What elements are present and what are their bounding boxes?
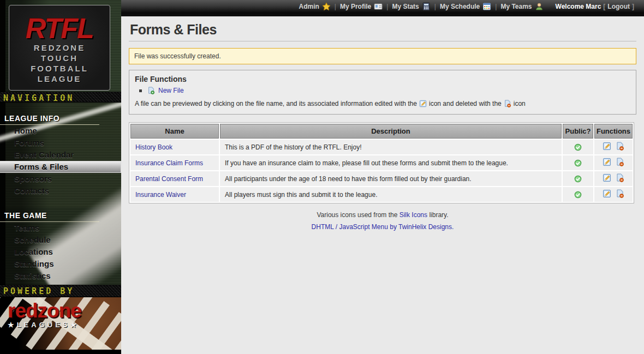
vcard-icon — [374, 2, 383, 11]
topbar-item-my-stats[interactable]: My Stats — [392, 2, 430, 11]
sidebar-item-forums[interactable]: Forums — [0, 137, 121, 149]
file-functions-note: A file can be previewed by clicking on t… — [135, 100, 630, 107]
table-row: Insurance Claim Forms If you have an ins… — [130, 155, 633, 170]
public-yes-icon — [574, 159, 582, 167]
topbar-item-my-profile[interactable]: My Profile — [340, 2, 383, 11]
topbar-item-my-schedule[interactable]: My Schedule — [440, 2, 491, 11]
edit-icon — [419, 100, 427, 107]
sidebar-item-contacts[interactable]: Contacts — [0, 185, 121, 197]
redzone-leagues-logo[interactable]: redzone ★LEAGUES★ — [0, 297, 121, 350]
column-header-name: Name — [130, 124, 219, 139]
column-header-description: Description — [220, 124, 562, 139]
file-name-link[interactable]: History Book — [135, 143, 172, 151]
credits-line-menu: DHTML / JavaScript Menu by TwinHelix Des… — [129, 223, 636, 231]
edit-icon[interactable] — [603, 173, 611, 182]
file-name-link[interactable]: Insurance Claim Forms — [135, 159, 203, 167]
column-header-public: Public? — [563, 124, 593, 139]
my-schedule-label: My Schedule — [440, 3, 480, 10]
table-header-row: Name Description Public? Functions — [130, 124, 633, 139]
delete-icon[interactable] — [616, 142, 624, 151]
sidebar-item-sponsors[interactable]: Sponsors — [0, 173, 121, 185]
rtfl-logo-acronym: RTFL — [9, 14, 110, 43]
sidebar-item-standings[interactable]: Standings — [0, 258, 121, 270]
file-name-link[interactable]: Parental Consent Form — [135, 175, 203, 183]
table-row: Insurance Waiver All players must sign t… — [130, 187, 633, 202]
public-yes-icon — [574, 143, 582, 151]
calculator-icon — [422, 2, 431, 11]
bracket: [ — [603, 3, 605, 10]
logout-button[interactable]: Logout — [607, 3, 630, 10]
file-functions-title: File Functions — [135, 75, 630, 83]
delete-icon[interactable] — [616, 189, 624, 198]
topbar-item-my-teams[interactable]: My Teams — [500, 2, 543, 11]
rtfl-logo-line: LEAGUE — [9, 74, 110, 84]
redzone-logo-sub: ★LEAGUES★ — [8, 321, 121, 329]
separator: | — [335, 3, 336, 10]
public-yes-icon — [574, 175, 582, 183]
calendar-icon — [482, 2, 491, 11]
note-text: icon — [514, 100, 526, 107]
sidebar-item-home[interactable]: Home — [0, 125, 121, 137]
star-icon — [322, 2, 331, 11]
my-stats-label: My Stats — [392, 3, 419, 10]
section-title-league-info: LEAGUE INFO — [0, 112, 99, 125]
table-row: History Book This is a PDF of the histor… — [130, 140, 633, 154]
topbar: Admin | My Profile | My Stats | My Sched… — [121, 0, 644, 16]
twinhelix-link[interactable]: DHTML / JavaScript Menu by TwinHelix Des… — [312, 223, 454, 231]
separator: | — [434, 3, 436, 10]
edit-icon[interactable] — [603, 158, 611, 166]
column-header-functions: Functions — [594, 124, 633, 139]
file-description: This is a PDF of the history of the RTFL… — [220, 140, 562, 154]
note-text: A file can be previewed by clicking on t… — [135, 100, 417, 107]
file-name-link[interactable]: Insurance Waiver — [135, 191, 186, 199]
sidebar-item-statistics[interactable]: Statistics — [0, 270, 121, 282]
rtfl-logo-line: TOUCH — [9, 53, 110, 63]
sidebar-bottom-strip — [0, 350, 121, 354]
public-yes-icon — [574, 191, 582, 199]
sidebar-item-forms-files[interactable]: Forms & Files — [0, 161, 121, 173]
list-bullet — [139, 89, 142, 92]
sidebar-item-locations[interactable]: Locations — [0, 246, 121, 258]
bracket: ] — [632, 3, 634, 10]
welcome-text: Welcome Marc — [556, 3, 601, 10]
title-divider — [129, 41, 636, 41]
delete-icon — [504, 100, 511, 107]
file-description: All participants under the age of 18 nee… — [220, 171, 562, 186]
silk-icons-link[interactable]: Silk Icons — [399, 211, 427, 219]
sidebar-item-event-calendar[interactable]: Event Calendar — [0, 149, 121, 161]
sidebar: RTFL REDZONE TOUCH FOOTBALL LEAGUE NAVIG… — [0, 0, 121, 354]
credits-text: library. — [429, 211, 448, 219]
file-functions-box: File Functions New File A file can be pr… — [129, 70, 636, 115]
admin-label: Admin — [299, 3, 319, 10]
edit-icon[interactable] — [603, 189, 611, 198]
powered-by-strip: POWERED BY — [0, 285, 121, 297]
credits-line-icons: Various icons used from the Silk Icons l… — [129, 211, 636, 219]
redzone-logo-name: redzone — [8, 301, 121, 321]
files-table: Name Description Public? Functions Histo… — [129, 122, 634, 203]
rtfl-logo-line: REDZONE — [9, 43, 110, 53]
delete-icon[interactable] — [616, 158, 624, 166]
new-file-link[interactable]: New File — [158, 87, 184, 94]
table-row: Parental Consent Form All participants u… — [130, 171, 633, 186]
sidebar-item-teams[interactable]: Teams — [0, 222, 121, 234]
note-text: icon and deleted with the — [429, 100, 502, 107]
separator: | — [495, 3, 497, 10]
separator: | — [386, 3, 388, 10]
credits-text: Various icons used from the — [317, 211, 397, 219]
navigation-strip-label: NAVIGATION — [0, 92, 121, 103]
flash-message: File was successfully created. — [129, 48, 636, 64]
sidebar-item-schedule[interactable]: Schedule — [0, 234, 121, 246]
new-file-icon — [147, 87, 155, 94]
powered-by-label: POWERED BY — [0, 285, 121, 297]
edit-icon[interactable] — [603, 142, 611, 151]
page-title: Forms & Files — [130, 22, 636, 38]
my-teams-label: My Teams — [500, 3, 532, 10]
delete-icon[interactable] — [616, 173, 624, 182]
rtfl-logo-line: FOOTBALL — [9, 63, 110, 74]
person-icon — [535, 2, 544, 11]
topbar-item-admin[interactable]: Admin — [299, 2, 330, 11]
section-title-the-game: THE GAME — [0, 209, 99, 222]
rtfl-logo[interactable]: RTFL REDZONE TOUCH FOOTBALL LEAGUE — [9, 5, 110, 91]
file-description: If you have an insurance claim to make, … — [220, 155, 562, 170]
my-profile-label: My Profile — [340, 3, 371, 10]
